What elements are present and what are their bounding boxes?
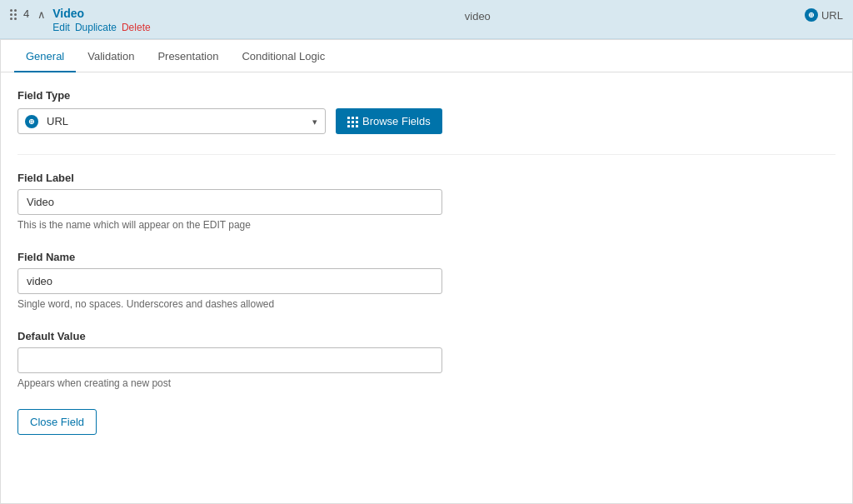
field-type-select[interactable]: URL: [17, 108, 326, 134]
tab-conditional-logic[interactable]: Conditional Logic: [230, 40, 337, 72]
field-type-section: Field Type ⊕ URL ▾: [17, 89, 836, 134]
close-field-button[interactable]: Close Field: [17, 409, 97, 435]
field-label-input[interactable]: [17, 189, 442, 215]
field-label-section: Field Label This is the name which will …: [17, 172, 836, 231]
close-field-section: Close Field: [17, 409, 836, 435]
field-name-section: Field Name Single word, no spaces. Under…: [17, 251, 836, 310]
field-name-hint: Single word, no spaces. Underscores and …: [17, 298, 836, 310]
browse-fields-button[interactable]: Browse Fields: [336, 108, 442, 134]
field-name-label: Field Name: [17, 251, 836, 263]
tabs-bar: General Validation Presentation Conditio…: [1, 40, 852, 72]
default-value-hint: Appears when creating a new post: [17, 377, 836, 389]
tab-general[interactable]: General: [14, 40, 76, 72]
default-value-input[interactable]: [17, 347, 442, 373]
field-name-input[interactable]: [17, 268, 442, 294]
url-icon-header: ⊕: [805, 8, 818, 22]
drag-handle[interactable]: [10, 9, 17, 20]
default-value-section: Default Value Appears when creating a ne…: [17, 330, 836, 389]
field-header: 4 ∧ Video Edit Duplicate Delete video ⊕ …: [0, 0, 853, 39]
form-body: Field Type ⊕ URL ▾: [1, 72, 852, 472]
edit-action[interactable]: Edit: [52, 22, 70, 33]
field-number: 4: [23, 7, 29, 20]
field-key-label: video: [465, 10, 491, 22]
tab-validation[interactable]: Validation: [76, 40, 146, 72]
delete-action[interactable]: Delete: [122, 22, 151, 33]
default-value-label: Default Value: [17, 330, 836, 342]
browse-fields-label: Browse Fields: [362, 115, 431, 127]
field-type-label-header: URL: [821, 9, 843, 22]
tab-presentation[interactable]: Presentation: [146, 40, 230, 72]
duplicate-action[interactable]: Duplicate: [75, 22, 117, 33]
field-type-label: Field Type: [17, 89, 836, 102]
field-label-label: Field Label: [17, 172, 836, 184]
field-label-hint: This is the name which will appear on th…: [17, 219, 836, 231]
field-content: General Validation Presentation Conditio…: [0, 39, 853, 504]
chevron-up-icon[interactable]: ∧: [37, 8, 46, 21]
field-type-select-wrapper: ⊕ URL ▾: [17, 108, 326, 134]
section-divider-1: [17, 154, 836, 155]
grid-icon: [347, 117, 357, 127]
field-title: Video: [52, 7, 150, 20]
